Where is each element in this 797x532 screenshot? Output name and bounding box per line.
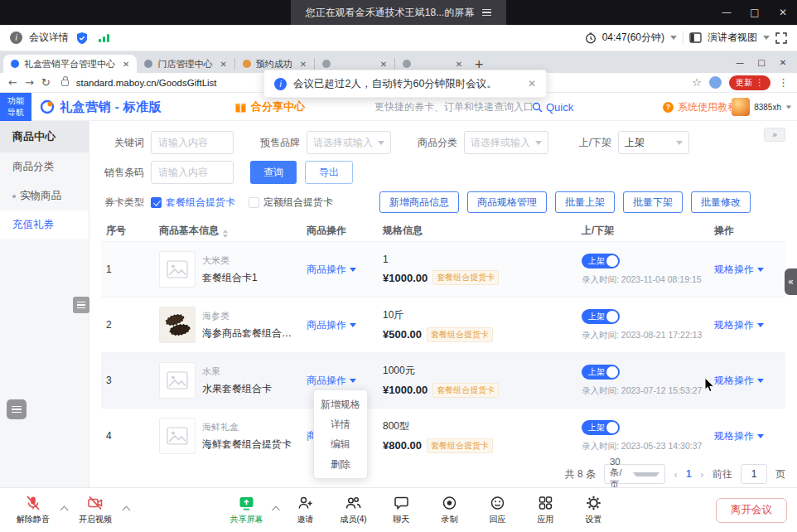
sidebar-collapse-handle[interactable] bbox=[73, 297, 89, 313]
brand-select[interactable]: 请选择或输入 bbox=[307, 131, 391, 154]
view-mode-selector[interactable]: 演讲者视图 bbox=[708, 31, 757, 45]
row-index: 4 bbox=[101, 430, 154, 442]
start-video-button[interactable]: 开启视频 bbox=[72, 495, 118, 525]
share-options-icon[interactable] bbox=[272, 506, 280, 515]
toast-close-icon[interactable]: ✕ bbox=[528, 78, 536, 89]
browser-update-button[interactable]: 更新⋮ bbox=[729, 75, 770, 90]
sidebar-item-physical-goods[interactable]: 实物商品 bbox=[0, 181, 89, 210]
tab-close-icon[interactable]: ✕ bbox=[123, 60, 129, 69]
table-row: 1 大米类 套餐组合卡1 商品操作 bbox=[101, 241, 785, 297]
browser-profile-icon[interactable] bbox=[709, 76, 722, 89]
sea-cucumber-photo bbox=[160, 307, 195, 342]
tutorial-link[interactable]: ? 系统使用教程 bbox=[663, 93, 737, 121]
banner-menu-icon[interactable] bbox=[482, 9, 491, 17]
reactions-button[interactable]: 回应 bbox=[475, 495, 521, 525]
view-dropdown-icon[interactable] bbox=[763, 36, 770, 40]
settings-button[interactable]: 设置 bbox=[571, 495, 617, 525]
browser-minimize-icon[interactable]: — bbox=[729, 51, 751, 73]
tab-close-icon[interactable]: ✕ bbox=[300, 60, 307, 69]
export-button[interactable]: 导出 bbox=[305, 161, 353, 184]
minimize-button[interactable]: — bbox=[712, 0, 741, 25]
product-name: 套餐组合卡1 bbox=[202, 271, 258, 285]
tab-favicon bbox=[322, 60, 331, 68]
tab-close-icon[interactable]: ✕ bbox=[220, 60, 226, 69]
category-select[interactable]: 请选择或输入 bbox=[464, 131, 548, 154]
on-shelf-toggle[interactable]: 上架 bbox=[582, 365, 620, 380]
refresh-icon[interactable]: ↻ bbox=[41, 77, 51, 88]
current-page[interactable]: 1 bbox=[686, 468, 692, 480]
spec-op-dropdown[interactable]: 规格操作 bbox=[714, 318, 764, 332]
invite-button[interactable]: 邀请 bbox=[283, 495, 329, 525]
product-op-dropdown-open[interactable]: 商品操作 bbox=[307, 374, 356, 388]
tab-close-icon[interactable]: ✕ bbox=[456, 60, 462, 69]
batch-on-shelf-button[interactable]: 批量上架 bbox=[555, 191, 615, 213]
record-button[interactable]: 录制 bbox=[427, 495, 473, 525]
sidebar-item-goods-category[interactable]: 商品分类 bbox=[0, 152, 89, 181]
leave-meeting-button[interactable]: 离开会议 bbox=[716, 498, 787, 523]
maximize-button[interactable]: □ bbox=[741, 0, 769, 25]
menu-item-add-spec[interactable]: 新增规格 bbox=[314, 394, 367, 414]
next-page-icon[interactable]: › bbox=[700, 468, 704, 481]
chat-button[interactable]: 聊天 bbox=[379, 495, 425, 525]
right-panel-handle[interactable]: « bbox=[785, 268, 797, 295]
keyword-input[interactable] bbox=[151, 131, 234, 154]
price: ¥1000.00 bbox=[383, 384, 427, 396]
on-shelf-toggle[interactable]: 上架 bbox=[582, 420, 620, 435]
tab-close-icon[interactable]: ✕ bbox=[380, 60, 387, 69]
checkbox-label[interactable]: 套餐组合提货卡 bbox=[166, 196, 235, 210]
on-shelf-toggle[interactable]: 上架 bbox=[582, 309, 620, 324]
unmute-button[interactable]: 解除静音 bbox=[10, 495, 56, 525]
sort-icon[interactable] bbox=[223, 230, 228, 238]
url-text[interactable]: standard.maboy.cn/GoodsGiftList bbox=[76, 78, 217, 88]
forward-icon[interactable]: → bbox=[25, 77, 34, 88]
menu-item-delete[interactable]: 删除 bbox=[314, 454, 367, 474]
members-icon bbox=[345, 495, 362, 511]
add-product-button[interactable]: 新增商品信息 bbox=[379, 191, 459, 213]
goto-page-input[interactable] bbox=[741, 464, 767, 484]
browser-close-icon[interactable]: ✕ bbox=[772, 51, 794, 73]
panel-collapse-button[interactable]: » bbox=[764, 128, 785, 142]
spec-manage-button[interactable]: 商品规格管理 bbox=[467, 191, 547, 213]
members-button[interactable]: 成员(4) bbox=[331, 495, 377, 525]
back-icon[interactable]: ← bbox=[8, 77, 17, 88]
spec-op-dropdown[interactable]: 规格操作 bbox=[714, 429, 764, 443]
meeting-chat-handle[interactable] bbox=[7, 399, 27, 419]
share-screen-button[interactable]: 共享屏幕 bbox=[224, 495, 270, 525]
product-op-dropdown[interactable]: 商品操作 bbox=[307, 318, 356, 332]
barcode-input[interactable] bbox=[151, 161, 234, 184]
chevron-down-icon bbox=[350, 268, 356, 272]
chevron-down-icon bbox=[757, 323, 764, 327]
checkbox-label[interactable]: 定额组合提货卡 bbox=[263, 196, 333, 210]
browser-tab[interactable]: 门店管理中心 ✕ bbox=[137, 55, 234, 73]
feature-nav-toggle[interactable]: 功能导航 bbox=[0, 93, 31, 121]
close-button[interactable]: ✕ bbox=[769, 0, 797, 25]
camera-options-icon[interactable] bbox=[123, 506, 131, 515]
page-size-select[interactable]: 30条/页 bbox=[604, 464, 665, 484]
meeting-details-link[interactable]: 会议详情 bbox=[29, 31, 69, 45]
user-menu[interactable]: 8385xh bbox=[732, 93, 792, 121]
lock-icon[interactable] bbox=[61, 80, 69, 86]
menu-item-detail[interactable]: 详情 bbox=[314, 414, 367, 434]
checkbox-package-combo[interactable] bbox=[151, 197, 162, 208]
menu-item-edit[interactable]: 编辑 bbox=[314, 434, 367, 454]
sidebar-item-recharge-voucher[interactable]: 充值礼券 bbox=[0, 210, 89, 239]
mic-options-icon[interactable] bbox=[60, 506, 69, 515]
product-op-dropdown[interactable]: 商品操作 bbox=[307, 263, 356, 277]
on-shelf-toggle[interactable]: 上架 bbox=[582, 254, 620, 268]
search-button[interactable]: 查询 bbox=[250, 161, 297, 184]
browser-menu-icon[interactable]: ⋮ bbox=[778, 77, 789, 88]
status-select[interactable]: 上架 bbox=[618, 131, 689, 154]
prev-page-icon[interactable]: ‹ bbox=[674, 468, 678, 481]
batch-edit-button[interactable]: 批量修改 bbox=[691, 191, 751, 213]
spec-op-dropdown[interactable]: 规格操作 bbox=[714, 263, 764, 277]
apps-button[interactable]: 应用 bbox=[523, 495, 569, 525]
timer-dropdown-icon[interactable] bbox=[670, 36, 677, 40]
chevron-down-icon bbox=[757, 268, 764, 272]
spec-op-dropdown[interactable]: 规格操作 bbox=[714, 374, 764, 388]
browser-tab-active[interactable]: 礼盒营销平台管理中心 ✕ bbox=[3, 55, 137, 73]
browser-maximize-icon[interactable]: □ bbox=[751, 51, 772, 73]
checkbox-fixed-combo[interactable] bbox=[249, 197, 259, 208]
fullscreen-icon[interactable] bbox=[775, 32, 787, 44]
batch-off-shelf-button[interactable]: 批量下架 bbox=[623, 191, 683, 213]
bookmark-star-icon[interactable]: ☆ bbox=[692, 77, 702, 88]
